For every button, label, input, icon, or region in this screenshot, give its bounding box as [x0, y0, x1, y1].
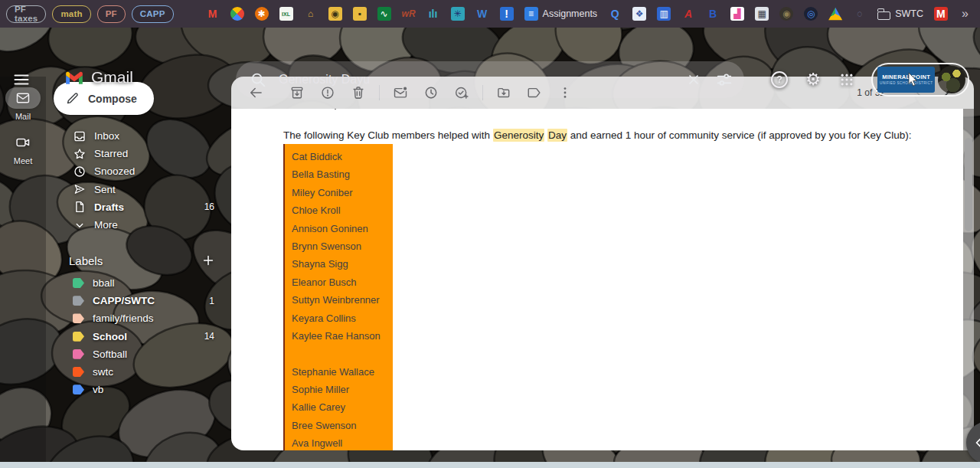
label-tag-icon	[73, 296, 84, 306]
scrollbar-thumb[interactable]	[965, 138, 972, 231]
sidebar-item-starred[interactable]: Starred	[46, 145, 231, 162]
w-favicon[interactable]: W	[475, 7, 489, 21]
search-bar[interactable]	[236, 61, 744, 98]
rail-item-mail[interactable]: Mail	[0, 87, 46, 121]
asterisk-favicon[interactable]: ✱	[255, 7, 269, 21]
sidebar-item-drafts[interactable]: Drafts 16	[46, 198, 231, 216]
chart-favicon[interactable]: ▥	[657, 7, 671, 21]
label-tag-icon	[73, 313, 84, 323]
q-favicon[interactable]: Q	[608, 7, 622, 21]
labels-header: Labels	[46, 251, 231, 270]
bug-favicon[interactable]: ✳	[451, 7, 465, 21]
member-name: Brynn Swenson	[292, 237, 393, 255]
member-name: Eleanor Busch	[292, 273, 393, 291]
drive-favicon[interactable]	[828, 7, 842, 21]
email-body: The following Key Club members helped wi…	[231, 109, 963, 450]
labels-list: bball CAPP/SWTC 1 family/friends School …	[46, 274, 231, 398]
label-tag-icon	[73, 278, 84, 288]
label-item-vb[interactable]: vb	[46, 381, 231, 398]
member-name: Keyara Collins	[292, 309, 393, 327]
label-item-swtc[interactable]: swtc	[46, 363, 231, 381]
settings-gear-icon[interactable]: ⚙	[798, 64, 828, 95]
left-rail: Mail Meet	[0, 77, 46, 462]
home-favicon[interactable]: ⌂	[304, 7, 318, 21]
wr-favicon[interactable]: wR	[402, 7, 416, 21]
a-red-favicon[interactable]: A	[681, 7, 695, 21]
tab-group-pf-taxes[interactable]: PF taxes	[6, 5, 46, 23]
puzzle-favicon[interactable]: ❖	[632, 7, 646, 21]
swtc-folder-favicon[interactable]: SWTC	[877, 8, 923, 20]
gmail-favicon[interactable]: M	[206, 7, 220, 21]
desmos-favicon[interactable]: ∿	[377, 7, 391, 21]
sidebar-nav: Inbox Starred Snoozed Sent Drafts 16	[46, 127, 231, 234]
clear-search-icon[interactable]	[678, 64, 709, 95]
member-name: Miley Coniber	[292, 184, 393, 201]
member-name: Annison Goninen	[292, 220, 393, 237]
sidebar-item-inbox[interactable]: Inbox	[46, 127, 231, 145]
member-name: Shayna Sigg	[292, 255, 393, 273]
infinite-campus-favicon[interactable]: ◉	[328, 7, 342, 21]
google-photos-favicon[interactable]	[230, 7, 244, 21]
calculator-favicon[interactable]: ▦	[755, 7, 769, 21]
m-red-favicon[interactable]: M	[934, 7, 948, 21]
member-name: Sophie Miller	[292, 381, 393, 398]
bookmark-favicons: M ✱ IXL ⌂ ◉ ▪ ∿	[206, 7, 948, 21]
scrollbar-track[interactable]	[963, 109, 974, 450]
dotted-circle-favicon[interactable]: ◌	[853, 7, 867, 21]
exclaim-favicon[interactable]: !	[500, 7, 514, 21]
bookmarks-overflow-chevron[interactable]: »	[954, 7, 976, 21]
account-profile-pill[interactable]: MINERAL POINT UNIFIED SCHOOL DISTRICT	[871, 63, 969, 97]
label-tag-icon	[73, 385, 84, 394]
seal-favicon[interactable]: ◉	[779, 7, 793, 21]
label-item-school[interactable]: School 14	[46, 328, 231, 345]
tab-group-chips: PF taxesmathPFCAPP	[6, 5, 174, 23]
search-filters-icon[interactable]	[709, 64, 740, 95]
search-icon	[250, 71, 266, 88]
tab-group-pf[interactable]: PF	[97, 5, 126, 23]
label-item-bball[interactable]: bball	[46, 274, 231, 292]
search-input[interactable]	[277, 72, 678, 87]
member-name: Cat Biddick	[292, 148, 393, 165]
cutoff-text-fragment	[335, 109, 336, 110]
search-highlight: Day	[547, 129, 567, 142]
gmail-m-icon	[64, 67, 84, 87]
mail-sidebar: Compose Inbox Starred Snoozed Sent Dr	[46, 77, 231, 462]
header-actions: ? ⚙ MINERAL POINT UNIFIED SCHOOL DISTRIC…	[764, 63, 969, 97]
avatar[interactable]	[938, 66, 965, 93]
district-logo: MINERAL POINT UNIFIED SCHOOL DISTRICT	[877, 67, 935, 93]
label-item-softball[interactable]: Softball	[46, 345, 231, 363]
hamburger-menu-icon[interactable]	[12, 70, 31, 89]
ixl-favicon[interactable]: IXL	[279, 7, 293, 21]
member-name: Bella Basting	[292, 165, 393, 183]
sidebar-item-sent[interactable]: Sent	[46, 181, 231, 198]
taskbar-strip[interactable]	[0, 462, 980, 468]
tab-group-capp[interactable]: CAPP	[132, 5, 174, 23]
highlighted-member-list: Cat BiddickBella BastingMiley ConiberChl…	[283, 144, 393, 450]
rail-item-meet[interactable]: Meet	[0, 132, 46, 165]
gmail-wordmark: Gmail	[91, 68, 133, 87]
member-name: Chloe Kroll	[292, 201, 393, 219]
classroom-favicon[interactable]: ▪	[353, 7, 367, 21]
assignments-favicon[interactable]: ≡ Assignments	[524, 7, 598, 21]
gmail-logo: Gmail	[64, 67, 133, 87]
help-icon[interactable]: ?	[764, 64, 795, 95]
gmail-header: Gmail ? ⚙ MINERAL POINT UNIFIED SCHOOL D…	[0, 28, 980, 77]
label-item-family-friends[interactable]: family/friends	[46, 309, 231, 327]
search-highlight: Generosity	[493, 129, 544, 142]
tab-group-math[interactable]: math	[52, 5, 90, 23]
target-favicon[interactable]: ◎	[804, 7, 818, 21]
google-apps-icon[interactable]	[831, 64, 862, 95]
sidebar-item-snoozed[interactable]: Snoozed	[46, 162, 231, 180]
mouse-cursor	[908, 72, 920, 87]
email-text-line: The following Key Club members helped wi…	[283, 129, 911, 141]
member-name: Kallie Carey	[292, 398, 393, 416]
label-item-capp-swtc[interactable]: CAPP/SWTC 1	[46, 292, 231, 309]
tuner-favicon[interactable]: ılı	[426, 7, 440, 21]
sidebar-item-more[interactable]: More	[46, 216, 231, 234]
create-label-plus-icon[interactable]	[201, 253, 216, 268]
b-blue-favicon[interactable]: B	[706, 7, 720, 21]
pink-chart-favicon[interactable]: ▟	[730, 7, 744, 21]
label-tag-icon	[73, 332, 84, 342]
member-name	[292, 345, 393, 362]
label-tag-icon	[73, 349, 84, 359]
